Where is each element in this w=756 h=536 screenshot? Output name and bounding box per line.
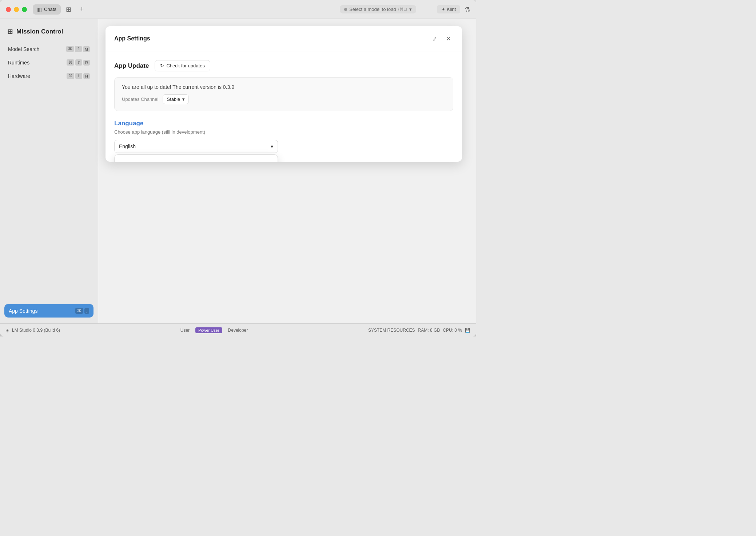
cpu-label: CPU: 0 % — [443, 328, 462, 333]
statusbar: ◈ LM Studio 0.3.9 (Build 6) User Power U… — [0, 323, 476, 336]
app-update-section-header: App Update ↻ Check for updates — [114, 60, 453, 71]
language-subtitle: Choose app language (still in developmen… — [114, 129, 453, 135]
chats-tab-label: Chats — [44, 7, 56, 12]
model-select-label: Select a model to load — [349, 7, 396, 12]
titlebar: ◧ Chats ⊞ + Select a model to load (⌘L) … — [0, 0, 476, 19]
sidebar-item-hardware[interactable]: Hardware ⌘ ⇧ H — [4, 70, 93, 82]
power-user-badge[interactable]: Power User — [195, 327, 222, 333]
sidebar-title-label: Mission Control — [16, 28, 63, 35]
maximize-button[interactable] — [22, 7, 27, 12]
developer-label[interactable]: Developer — [228, 328, 248, 333]
model-search-label: Model Search — [8, 46, 39, 52]
dialog-header: App Settings ⤢ ✕ — [106, 26, 462, 51]
app-version: LM Studio 0.3.9 (Build 6) — [12, 328, 60, 333]
expand-button[interactable]: ⤢ — [429, 34, 439, 44]
dialog-title: App Settings — [114, 35, 150, 42]
updates-channel-label: Updates Channel — [122, 96, 158, 102]
app-settings-label: App Settings — [9, 308, 37, 314]
language-section: Language Choose app language (still in d… — [114, 120, 453, 153]
update-channel-row: Updates Channel Stable ▾ — [122, 94, 446, 104]
channel-dropdown-icon: ▾ — [182, 96, 185, 102]
language-dropdown-container: English ▾ … 한국어 (Beta) Polski (Beta) Tiế… — [114, 140, 278, 153]
ram-label: RAM: 8 GB — [418, 328, 440, 333]
model-search-shortcuts: ⌘ ⇧ M — [66, 46, 90, 52]
sidebar-item-model-search[interactable]: Model Search ⌘ ⇧ M — [4, 43, 93, 55]
new-tab-button[interactable]: ⊞ — [64, 4, 74, 15]
model-select[interactable]: Select a model to load (⌘L) ▾ — [340, 5, 416, 13]
klint-button[interactable]: ✦ Klint — [437, 5, 460, 13]
main-content: ⊞ Mission Control Model Search ⌘ ⇧ M — [0, 19, 476, 323]
statusbar-left: ◈ LM Studio 0.3.9 (Build 6) — [6, 328, 60, 333]
lang-item-truncated[interactable]: … — [115, 155, 278, 162]
user-label: User — [180, 328, 190, 333]
app-settings-shortcuts: ⌘ , — [75, 308, 89, 314]
channel-value: Stable — [167, 96, 180, 102]
language-dropdown-list[interactable]: … 한국어 (Beta) Polski (Beta) Tiếng Việt (B… — [114, 154, 278, 162]
klint-label: ✦ Klint — [441, 7, 456, 12]
chats-tab[interactable]: ◧ Chats — [33, 4, 61, 15]
model-status-dot — [344, 8, 347, 11]
traffic-lights — [6, 7, 27, 12]
close-button[interactable] — [6, 7, 11, 12]
tab-icon: ◧ — [37, 7, 42, 12]
grid-icon: ⊞ — [7, 28, 13, 36]
new-tab-icon: ⊞ — [66, 5, 71, 13]
dropdown-chevron-icon: ▾ — [271, 143, 273, 149]
statusbar-right: SYSTEM RESOURCES RAM: 8 GB CPU: 0 % 💾 — [368, 328, 470, 333]
check-updates-label: Check for updates — [166, 63, 205, 68]
sidebar-title: ⊞ Mission Control — [4, 25, 93, 43]
statusbar-center: User Power User Developer — [180, 327, 248, 333]
add-button[interactable]: + — [77, 4, 87, 15]
model-select-shortcut: (⌘L) — [398, 7, 407, 12]
expand-icon: ⤢ — [432, 35, 437, 42]
close-icon: ✕ — [446, 35, 451, 42]
check-updates-button[interactable]: ↻ Check for updates — [155, 60, 210, 71]
app-window: ◧ Chats ⊞ + Select a model to load (⌘L) … — [0, 0, 476, 336]
sidebar-bottom: App Settings ⌘ , — [4, 304, 93, 318]
update-card: You are all up to date! The current vers… — [114, 77, 453, 111]
hardware-shortcuts: ⌘ ⇧ H — [67, 73, 90, 79]
system-resources-label: SYSTEM RESOURCES — [368, 328, 415, 333]
sidebar-item-runtimes[interactable]: Runtimes ⌘ ⇧ R — [4, 56, 93, 68]
sidebar: ⊞ Mission Control Model Search ⌘ ⇧ M — [0, 19, 98, 323]
lm-studio-icon: ◈ — [6, 328, 9, 333]
runtimes-label: Runtimes — [8, 60, 29, 66]
titlebar-right: ✦ Klint ⚗ — [437, 5, 470, 13]
language-dropdown-trigger[interactable]: English ▾ — [114, 140, 278, 153]
app-update-title: App Update — [114, 62, 149, 70]
dialog-area: App Settings ⤢ ✕ App Update — [98, 19, 476, 323]
app-settings-button[interactable]: App Settings ⌘ , — [4, 304, 93, 318]
chevron-down-icon: ▾ — [409, 7, 412, 12]
runtimes-shortcuts: ⌘ ⇧ R — [67, 59, 90, 66]
close-dialog-button[interactable]: ✕ — [443, 34, 453, 44]
dialog-body: App Update ↻ Check for updates You are a… — [106, 51, 462, 162]
update-status-message: You are all up to date! The current vers… — [122, 84, 446, 90]
channel-select[interactable]: Stable ▾ — [163, 94, 189, 104]
disk-icon: 💾 — [465, 328, 470, 333]
refresh-icon: ↻ — [160, 63, 164, 68]
language-selected-value: English — [119, 143, 136, 149]
titlebar-center: Select a model to load (⌘L) ▾ — [340, 5, 416, 13]
hardware-label: Hardware — [8, 73, 30, 79]
minimize-button[interactable] — [14, 7, 19, 12]
flask-icon[interactable]: ⚗ — [465, 5, 470, 13]
dialog-header-buttons: ⤢ ✕ — [429, 34, 453, 44]
language-section-title: Language — [114, 120, 453, 127]
settings-dialog: App Settings ⤢ ✕ App Update — [106, 26, 462, 162]
sidebar-nav: Model Search ⌘ ⇧ M Runtimes ⌘ ⇧ — [4, 43, 93, 82]
